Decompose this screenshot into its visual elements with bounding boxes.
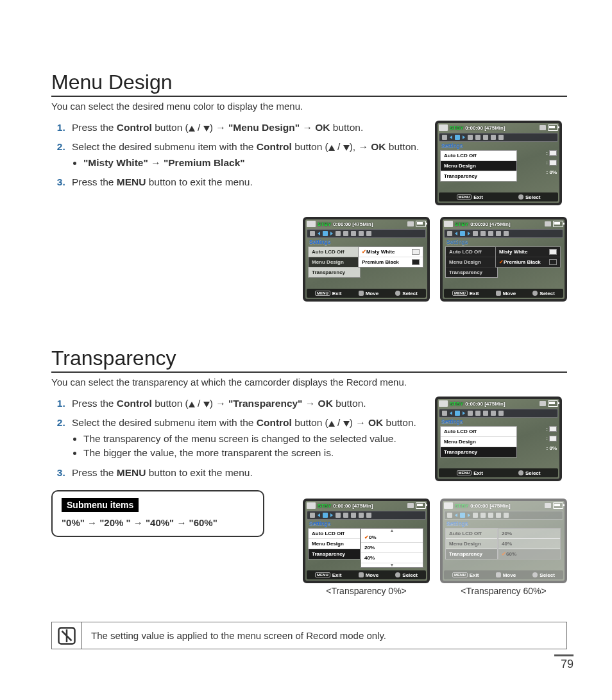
lcd-screenshot-faded: STBY 0:00:00 [475Min] Settings Auto LCD …	[440, 499, 567, 583]
exit-label: Exit	[470, 572, 479, 578]
move-label: Move	[366, 572, 378, 578]
bottom-bar: MENUExit Select	[439, 468, 558, 477]
gear-icon	[518, 470, 523, 475]
lcd-screenshot: STBY 0:00:00 [475Min] Settings Auto LCD …	[435, 397, 562, 481]
text: Select the desired submenu item with the	[72, 417, 257, 428]
menu-pill-icon: MENU	[452, 291, 468, 296]
up-triangle-icon	[328, 421, 335, 427]
camera-icon	[439, 400, 448, 407]
time-label: 0:00:00 [475Min]	[465, 401, 505, 407]
page-number: 79	[554, 654, 574, 671]
bullet-options: "Misty White" → "Premium Black"	[83, 157, 245, 168]
menu-item: Auto LCD Off	[446, 529, 497, 539]
icon-bar	[307, 229, 426, 238]
text: button (	[152, 398, 189, 409]
gear-icon	[518, 194, 523, 200]
menu-item: Auto LCD Off	[441, 427, 516, 437]
text: "Transparency"	[228, 398, 303, 409]
camera-icon	[444, 502, 453, 509]
text: button (	[152, 122, 189, 133]
lcd-screenshot: STBY 0:00:00 [475Min] Settings Auto LCD …	[435, 121, 562, 205]
icon-bar	[307, 511, 426, 520]
gear-icon	[395, 572, 400, 577]
lcd-screenshot: STBY 0:00:00 [475Min] Settings Auto LCD …	[303, 499, 430, 583]
battery-icon	[553, 221, 563, 227]
stby-label: STBY	[318, 503, 331, 509]
value-column: : : : 0%	[546, 426, 557, 451]
text: ), →	[350, 141, 371, 152]
menu-item-selected: Transparency	[441, 447, 516, 457]
menu-panel: Auto LCD Off Menu Design Transparency	[440, 426, 517, 457]
exit-label: Exit	[332, 572, 342, 578]
menu-panel: Auto LCD Off Menu Design Transparency	[308, 528, 361, 559]
menu-item: Menu Design	[446, 539, 497, 549]
text: OK	[368, 417, 383, 428]
bottom-bar: MENUExit Move Select	[307, 289, 426, 298]
menu-panel: Auto LCD Off Menu Design Transparency	[445, 528, 498, 559]
text: Press the	[72, 398, 117, 409]
text: Press the	[72, 467, 117, 478]
text: Control	[257, 141, 292, 152]
text: Control	[257, 417, 292, 428]
dpad-icon	[496, 291, 501, 296]
bottom-bar: MENUExit Move Select	[307, 570, 426, 579]
intro-transparency: You can select the transparency at which…	[51, 377, 567, 388]
text: OK	[315, 122, 330, 133]
steps-transparency: Press the Control button ( / ) → "Transp…	[51, 397, 422, 480]
submenu-item-selected: ✔60%	[498, 549, 560, 559]
text: Press the	[72, 176, 117, 187]
select-label: Select	[402, 572, 418, 578]
down-triangle-icon	[203, 402, 210, 407]
stby-label: STBY	[455, 221, 468, 227]
step-2: Select the desired submenu item with the…	[68, 416, 422, 460]
stby-label: STBY	[455, 503, 468, 509]
submenu-item: 20%	[498, 529, 560, 539]
time-label: 0:00:00 [475Min]	[470, 221, 510, 227]
stby-label: STBY	[450, 401, 463, 407]
time-label: 0:00:00 [475Min]	[333, 503, 373, 509]
menu-pill-icon: MENU	[457, 194, 472, 200]
select-label: Select	[540, 572, 555, 578]
settings-label: Settings	[446, 239, 468, 245]
text: button.	[333, 398, 366, 409]
bottom-bar: MENUExit Select	[439, 192, 558, 201]
value-column: : : : 0%	[546, 150, 557, 175]
value-text: : 0%	[547, 445, 557, 451]
dpad-icon	[496, 572, 501, 577]
text: button to exit the menu.	[146, 467, 252, 478]
gear-icon	[532, 291, 538, 296]
note-box: The setting value is applied to the menu…	[51, 622, 567, 649]
dpad-icon	[359, 572, 364, 577]
menu-item: Auto LCD Off	[441, 151, 516, 161]
card-icon	[540, 401, 546, 406]
text: button (	[292, 417, 328, 428]
step-1: Press the Control button ( / ) → "Menu D…	[68, 121, 422, 135]
submenu-items-title: Submenu items	[62, 498, 139, 512]
lcd-screenshot: STBY 0:00:00 [475Min] Settings Auto LCD …	[303, 217, 430, 302]
bottom-bar: MENUExit Move Select	[444, 570, 563, 579]
move-label: Move	[366, 291, 378, 296]
menu-item: Transparency	[309, 549, 360, 559]
dpad-icon	[359, 291, 364, 296]
text: button.	[330, 122, 364, 133]
exit-label: Exit	[473, 470, 483, 476]
submenu-item: 40%	[361, 553, 423, 563]
camera-icon	[444, 221, 453, 227]
up-triangle-icon	[189, 126, 195, 132]
battery-icon	[548, 124, 558, 131]
submenu-item-selected: ✔Misty White	[359, 247, 423, 257]
step-3: Press the MENU button to exit the menu.	[68, 175, 422, 189]
time-label: 0:00:00 [475Min]	[465, 125, 505, 131]
menu-panel: Auto LCD Off Menu Design Transparency	[445, 246, 498, 278]
up-triangle-icon	[328, 145, 335, 151]
menu-pill-icon: MENU	[315, 572, 330, 577]
text: ) →	[210, 398, 228, 409]
menu-panel: Auto LCD Off Menu Design Transparency	[308, 246, 361, 278]
submenu-items-box: Submenu items "0%" → "20% " → "40%" → "6…	[51, 490, 264, 537]
select-label: Select	[525, 470, 541, 476]
heading-transparency: Transparency	[51, 346, 567, 373]
text: Control	[117, 398, 152, 409]
card-icon	[540, 125, 546, 130]
submenu-panel: Misty White ✔Premium Black	[495, 246, 561, 268]
menu-item: Menu Design	[309, 539, 360, 549]
